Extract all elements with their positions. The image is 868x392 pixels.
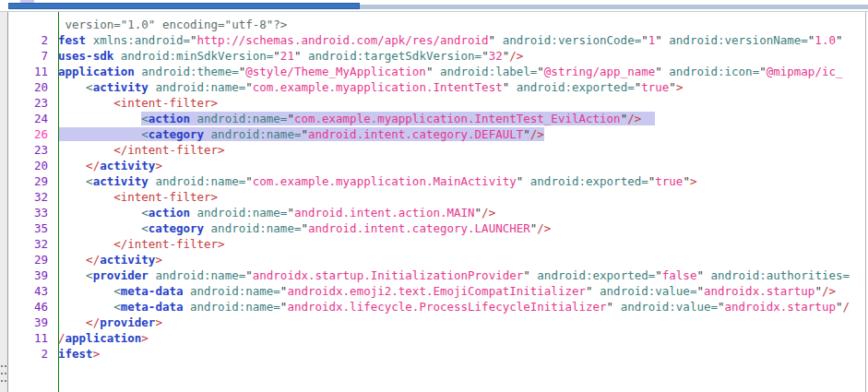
code-text[interactable]: </provider> [54, 315, 868, 330]
token: < [113, 284, 121, 298]
code-text[interactable]: /application> [54, 330, 868, 346]
token: android:icon= [669, 65, 759, 78]
token: " [607, 300, 614, 314]
token: android.intent.action.MAIN [294, 206, 475, 220]
token: fest [58, 33, 86, 47]
code-text[interactable]: <meta-data android:name="androidx.emoji2… [54, 283, 868, 299]
code-line[interactable]: 2ifest> [0, 346, 868, 362]
xml-code-editor[interactable]: version="1.0" encoding="utf-8"?>2fest xm… [0, 12, 868, 392]
code-line[interactable]: 43 <meta-data android:name="androidx.emo… [0, 283, 868, 299]
token: android:value= [600, 284, 696, 298]
token: activity [93, 174, 149, 188]
code-line[interactable]: 39 </provider> [0, 315, 868, 330]
token: < [86, 174, 93, 188]
code-line[interactable]: 20 <activity android:name="com.example.m… [0, 79, 868, 95]
left-scrollbar-strip[interactable] [0, 12, 8, 392]
token: android:name= [211, 221, 302, 235]
code-text[interactable]: <category android:name="android.intent.c… [54, 126, 868, 142]
code-line[interactable]: 35 <category android:name="android.inten… [0, 220, 868, 236]
token: android.intent.category.LAUNCHER [308, 221, 530, 235]
code-text[interactable]: <meta-data android:name="androidx.lifecy… [54, 299, 868, 315]
code-text[interactable]: uses-sdk android:minSdkVersion="21" andr… [54, 48, 868, 64]
code-line[interactable]: 23 </intent-filter> [0, 142, 868, 158]
code-text[interactable]: ifest> [54, 346, 868, 362]
token: </intent-filter> [113, 237, 224, 251]
token: android:name= [155, 268, 245, 282]
token: androidx.startup.InitializationProvider [253, 268, 524, 282]
code-line[interactable]: 46 <meta-data android:name="androidx.lif… [0, 299, 868, 315]
token: android:name= [155, 174, 245, 188]
token: androidx.startup [725, 300, 836, 314]
token: true [641, 80, 669, 94]
code-text[interactable]: </activity> [54, 158, 868, 173]
token: /> [482, 206, 495, 220]
code-line[interactable]: 32 <intent-filter> [0, 189, 868, 205]
token: activity [100, 253, 155, 267]
token: <intent-filter> [113, 190, 218, 204]
code-line[interactable]: 26 <category android:name="android.inten… [0, 126, 868, 142]
token: android:name= [155, 80, 245, 94]
token: " [586, 284, 593, 298]
token: " [475, 206, 482, 220]
grip-dot [1, 380, 3, 382]
code-line[interactable]: 24 <action android:name="com.example.mya… [0, 111, 868, 126]
code-line[interactable]: 39 <provider android:name="androidx.star… [0, 267, 868, 283]
selected-token: com.example.myapplication.IntentTest_Evi… [294, 112, 621, 125]
code-text[interactable]: application android:theme="@style/Theme_… [54, 64, 868, 79]
token: " [759, 65, 767, 78]
code-text[interactable]: </activity> [54, 252, 868, 267]
code-line[interactable]: 20 </activity> [0, 158, 868, 173]
code-text[interactable]: <activity android:name="com.example.myap… [54, 173, 868, 189]
horizontal-scrollbar-thumb[interactable] [8, 3, 360, 9]
token [183, 300, 190, 314]
code-line[interactable]: 29 </activity> [0, 252, 868, 267]
token: </ [86, 253, 100, 267]
selected-token: " [523, 127, 530, 141]
code-line[interactable]: 29 <activity android:name="com.example.m… [0, 173, 868, 189]
token [495, 33, 503, 47]
token: uses-sdk [58, 49, 113, 63]
code-text[interactable]: version="1.0" encoding="utf-8"?> [54, 17, 868, 32]
token: < [113, 300, 121, 314]
code-text[interactable]: <intent-filter> [54, 189, 868, 205]
code-text[interactable]: </intent-filter> [54, 236, 868, 252]
selected-token: android:name= [211, 127, 302, 141]
code-rows[interactable]: version="1.0" encoding="utf-8"?>2fest xm… [0, 17, 868, 362]
token: < [141, 206, 149, 220]
code-text[interactable]: <provider android:name="androidx.startup… [54, 267, 868, 283]
code-text[interactable]: <action android:name="com.example.myappl… [54, 111, 868, 126]
code-line[interactable]: 2fest xmlns:android="http://schemas.andr… [0, 32, 868, 48]
code-line[interactable]: 32 </intent-filter> [0, 236, 868, 252]
code-line[interactable]: 11application android:theme="@style/Them… [0, 64, 868, 79]
token: " [696, 284, 704, 298]
code-text[interactable]: fest xmlns:android="http://schemas.andro… [54, 32, 868, 48]
horizontal-scrollbar-track[interactable] [360, 5, 868, 9]
token: android:versionName= [669, 33, 808, 47]
code-text[interactable]: <action android:name="android.intent.act… [54, 205, 868, 220]
token: " [683, 174, 690, 188]
selected-token: < [141, 112, 149, 125]
token: " [301, 221, 308, 235]
code-text[interactable]: <activity android:name="com.example.myap… [54, 79, 868, 95]
token: action [149, 206, 190, 220]
token: true [655, 174, 683, 188]
code-text[interactable]: <intent-filter> [54, 95, 868, 111]
token: > [155, 253, 162, 267]
code-line[interactable]: 33 <action android:name="android.intent.… [0, 205, 868, 220]
token [58, 190, 113, 204]
token [58, 253, 86, 267]
code-line[interactable]: 11/application> [0, 330, 868, 346]
token: android:versionCode= [503, 33, 642, 47]
code-text[interactable]: </intent-filter> [54, 142, 868, 158]
code-line[interactable]: 7uses-sdk android:minSdkVersion="21" and… [0, 48, 868, 64]
token: > [141, 331, 149, 345]
code-line[interactable]: 23 <intent-filter> [0, 95, 868, 111]
code-line[interactable]: version="1.0" encoding="utf-8"?> [0, 17, 868, 32]
selected-token [204, 127, 211, 141]
selected-token: category [149, 127, 204, 141]
selected-token: /> [530, 127, 544, 141]
token: " [273, 49, 280, 63]
token: " [641, 33, 648, 47]
token: androidx.lifecycle.ProcessLifecycleIniti… [287, 300, 606, 314]
code-text[interactable]: <category android:name="android.intent.c… [54, 220, 868, 236]
